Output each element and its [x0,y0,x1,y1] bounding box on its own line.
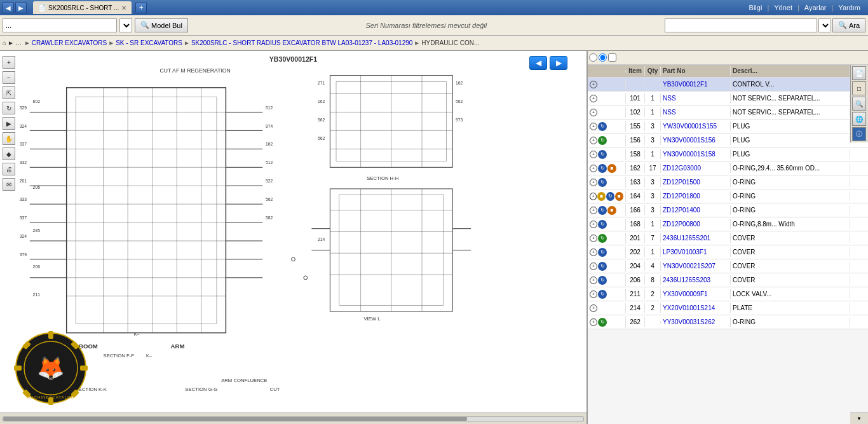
arrow-icon[interactable]: ↻ [598,164,607,173]
filter-checkbox[interactable] [608,53,616,62]
svg-text:214: 214 [318,237,325,242]
plus-icon[interactable]: + [590,235,597,242]
row-partno[interactable]: YY30V00031S262 [661,317,731,327]
row-partno[interactable]: ZD12P01400 [661,205,731,215]
model-dropdown[interactable] [119,18,132,32]
plus-icon[interactable]: + [590,277,597,284]
bc-sk200[interactable]: SK200SRLC - SHORT RADIUS EXCAVATOR BTW L… [191,39,412,46]
plus-icon[interactable]: + [590,123,597,130]
cube-icon[interactable]: ■ [607,206,616,215]
row-partno[interactable]: YX20V01001S214 [661,303,731,313]
square-icon[interactable]: ■ [597,192,606,201]
arrow-icon[interactable]: ↻ [598,290,607,299]
right-search-input[interactable] [665,18,817,32]
row-partno[interactable]: LP30V01003F1 [661,247,731,257]
row-partno[interactable]: YN30V00021S207 [661,261,731,271]
plus-icon[interactable]: + [590,179,597,186]
row-partno[interactable]: YX30V00009F1 [661,289,731,299]
model-bul-button[interactable]: 🔍 Model Bul [135,18,188,32]
model-search-input[interactable] [3,18,117,32]
plus-icon[interactable]: + [590,193,597,200]
back-button[interactable]: ◀ [3,2,14,13]
filter-radio-2[interactable] [599,53,607,62]
active-tab[interactable]: 📄 SK200SRLC - SHORT ... ✕ [33,1,132,14]
bottom-scrollbar[interactable] [0,413,587,424]
diagram-area[interactable]: YB30V00012F1 CUT AF M REGENERATION [0,51,587,413]
arrow-icon[interactable]: ↻ [598,234,607,243]
bc-current: HYDRAULIC CON... [421,39,479,46]
bc-home-icon[interactable]: ⌂ [3,39,6,46]
zoom-in-button[interactable]: + [3,56,15,69]
row-partno[interactable]: ZD12P00800 [661,219,731,229]
bc-crawler[interactable]: CRAWLER EXCAVATORS [32,39,107,46]
highlight-button[interactable]: ◆ [3,147,15,160]
arrow-icon[interactable]: ↻ [598,178,607,187]
row-partno[interactable]: 2436U1265S203 [661,275,731,285]
plus-icon[interactable]: + [590,109,597,116]
row-desc: NOT SERVIC... SEPARATEL... [731,107,850,117]
arrow-icon[interactable]: ↻ [598,136,607,145]
plus-icon[interactable]: + [590,151,597,158]
plus-icon[interactable]: + [590,95,597,102]
arrow-icon[interactable]: ↻ [598,220,607,229]
row-partno[interactable]: YN30V00001S158 [661,149,731,159]
plus-icon[interactable]: + [590,221,597,228]
arrow-icon[interactable]: ↻ [598,206,607,215]
right-search-dropdown[interactable] [818,18,831,32]
arrow-icon[interactable]: ↻ [598,122,607,131]
zoom-out-button[interactable]: − [3,71,15,84]
row-partno[interactable]: 2436U1265S201 [661,233,731,243]
row-partno[interactable]: NSS [661,107,731,117]
row-partno[interactable]: ZD12G03000 [661,163,731,173]
plus-icon[interactable]: + [590,263,597,270]
next-diagram-button[interactable]: ▶ [550,56,567,70]
info-button[interactable]: ⓘ [852,127,866,141]
row-partno[interactable]: ZD12P01500 [661,177,731,187]
arrow-icon[interactable]: ↻ [598,276,607,285]
filter-radio-1[interactable] [589,53,597,62]
nav-ayarlar[interactable]: Ayarlar [799,4,832,11]
arrow-icon[interactable]: ↻ [598,318,607,327]
plus-icon[interactable]: + [590,249,597,256]
cube-icon[interactable]: ■ [607,164,616,173]
parts-table-container[interactable]: + YB30V00012F1 CONTROL V... + 101 1 NSS [588,78,868,424]
row-partno[interactable]: YW30V00001S155 [661,121,731,131]
new-icon[interactable]: □ [852,81,866,95]
nav-yardim[interactable]: Yardım [833,4,865,11]
page-view-button[interactable]: 📄 [852,66,866,80]
new-tab-button[interactable]: + [135,2,147,13]
row-partno[interactable]: YN30V00001S156 [661,135,731,145]
plus-icon[interactable]: + [590,137,597,144]
forward-button[interactable]: ▶ [15,2,27,13]
titlebar: ◀ ▶ 📄 SK200SRLC - SHORT ... ✕ + Bilgi | … [0,0,868,15]
nav-yonet[interactable]: Yönet [769,4,797,11]
fit-button[interactable]: ⇱ [3,86,15,99]
arrow-icon[interactable]: ↻ [606,192,614,201]
nav-bilgi[interactable]: Bilgi [744,4,768,11]
search-right-button[interactable]: 🔍 [852,97,866,111]
plus-icon[interactable]: + [590,207,597,214]
scroll-down-button[interactable]: ▼ [850,413,868,424]
select-button[interactable]: ▶ [3,117,15,130]
email-button[interactable]: ✉ [3,178,15,191]
row-partno[interactable]: ZD12P01800 [661,191,731,201]
pan-button[interactable]: ✋ [3,132,15,145]
arrow-icon[interactable]: ↻ [598,262,607,271]
plus-icon[interactable]: + [590,81,597,88]
globe-button[interactable]: 🌐 [852,112,866,126]
rotate-button[interactable]: ↻ [3,102,15,114]
arrow-icon[interactable]: ↻ [598,248,607,257]
arrow-icon[interactable]: ↻ [598,150,607,159]
row-partno[interactable]: NSS [661,93,731,103]
bc-sk-sr[interactable]: SK - SR EXCAVATORS [116,39,182,46]
plus-icon[interactable]: + [590,291,597,298]
prev-diagram-button[interactable]: ◀ [529,56,547,70]
tab-close-icon[interactable]: ✕ [121,4,126,11]
row-partno[interactable]: YB30V00012F1 [661,79,731,89]
ara-button[interactable]: 🔍 Ara [832,18,865,32]
plus-icon[interactable]: + [590,304,597,312]
plus-icon[interactable]: + [590,318,597,326]
plus-icon[interactable]: + [590,165,597,172]
print-button[interactable]: 🖨 [3,163,15,175]
cube-icon[interactable]: ■ [615,192,623,201]
